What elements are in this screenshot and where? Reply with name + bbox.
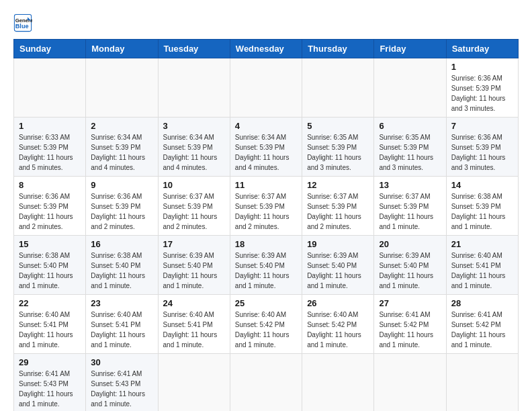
calendar-cell: 27Sunrise: 6:41 AMSunset: 5:42 PMDayligh… bbox=[374, 295, 446, 354]
sunset: Sunset: 5:40 PM bbox=[235, 262, 285, 269]
calendar-header-wednesday: Wednesday bbox=[230, 40, 302, 58]
sunset: Sunset: 5:39 PM bbox=[91, 203, 140, 210]
calendar-cell: 17Sunrise: 6:39 AMSunset: 5:40 PMDayligh… bbox=[158, 236, 230, 295]
sunset: Sunset: 5:40 PM bbox=[307, 262, 357, 269]
day-detail: Sunrise: 6:40 AMSunset: 5:41 PMDaylight:… bbox=[451, 250, 513, 291]
sunset: Sunset: 5:42 PM bbox=[307, 321, 357, 328]
sunrise: Sunrise: 6:36 AM bbox=[91, 193, 142, 200]
calendar-cell: 12Sunrise: 6:37 AMSunset: 5:39 PMDayligh… bbox=[302, 177, 374, 236]
day-detail: Sunrise: 6:39 AMSunset: 5:40 PMDaylight:… bbox=[235, 250, 297, 291]
sunset: Sunset: 5:39 PM bbox=[451, 203, 501, 210]
sunset: Sunset: 5:40 PM bbox=[91, 262, 140, 269]
daylight: Daylight: 11 hours and 1 minute. bbox=[163, 331, 218, 349]
sunset: Sunset: 5:39 PM bbox=[235, 144, 285, 151]
sunrise: Sunrise: 6:40 AM bbox=[19, 311, 70, 318]
calendar-cell: 1Sunrise: 6:33 AMSunset: 5:39 PMDaylight… bbox=[14, 118, 86, 177]
calendar-cell: 15Sunrise: 6:38 AMSunset: 5:40 PMDayligh… bbox=[14, 236, 86, 295]
sunrise: Sunrise: 6:35 AM bbox=[307, 134, 358, 141]
calendar-cell: 30Sunrise: 6:41 AMSunset: 5:43 PMDayligh… bbox=[86, 354, 158, 412]
sunrise: Sunrise: 6:38 AM bbox=[19, 252, 70, 259]
day-number: 5 bbox=[307, 121, 369, 131]
daylight: Daylight: 11 hours and 1 minute. bbox=[307, 331, 361, 349]
daylight: Daylight: 11 hours and 2 minutes. bbox=[307, 213, 361, 230]
sunset: Sunset: 5:39 PM bbox=[19, 203, 69, 210]
calendar-cell bbox=[86, 58, 158, 118]
day-number: 18 bbox=[235, 239, 297, 249]
day-detail: Sunrise: 6:40 AMSunset: 5:41 PMDaylight:… bbox=[91, 310, 152, 350]
sunset: Sunset: 5:39 PM bbox=[379, 203, 429, 210]
day-detail: Sunrise: 6:36 AMSunset: 5:39 PMDaylight:… bbox=[91, 191, 152, 232]
day-number: 13 bbox=[379, 180, 441, 190]
calendar-week-4: 15Sunrise: 6:38 AMSunset: 5:40 PMDayligh… bbox=[14, 236, 519, 295]
day-number: 9 bbox=[91, 180, 152, 190]
daylight: Daylight: 11 hours and 2 minutes. bbox=[19, 213, 73, 230]
day-detail: Sunrise: 6:40 AMSunset: 5:41 PMDaylight:… bbox=[19, 310, 81, 350]
calendar-cell: 1Sunrise: 6:36 AMSunset: 5:39 PMDaylight… bbox=[446, 58, 518, 118]
calendar-cell: 24Sunrise: 6:40 AMSunset: 5:41 PMDayligh… bbox=[158, 295, 230, 354]
calendar-cell: 19Sunrise: 6:39 AMSunset: 5:40 PMDayligh… bbox=[302, 236, 374, 295]
daylight: Daylight: 11 hours and 1 minute. bbox=[163, 272, 218, 289]
day-detail: Sunrise: 6:39 AMSunset: 5:40 PMDaylight:… bbox=[163, 250, 225, 291]
sunrise: Sunrise: 6:39 AM bbox=[163, 252, 214, 259]
day-number: 21 bbox=[451, 239, 513, 249]
day-detail: Sunrise: 6:36 AMSunset: 5:39 PMDaylight:… bbox=[451, 132, 513, 173]
calendar-cell: 14Sunrise: 6:38 AMSunset: 5:39 PMDayligh… bbox=[446, 177, 518, 236]
sunrise: Sunrise: 6:36 AM bbox=[19, 193, 70, 200]
day-detail: Sunrise: 6:38 AMSunset: 5:40 PMDaylight:… bbox=[19, 250, 81, 291]
calendar-header-row: SundayMondayTuesdayWednesdayThursdayFrid… bbox=[14, 40, 519, 58]
sunrise: Sunrise: 6:34 AM bbox=[235, 134, 286, 141]
day-detail: Sunrise: 6:36 AMSunset: 5:39 PMDaylight:… bbox=[19, 191, 81, 232]
sunrise: Sunrise: 6:37 AM bbox=[307, 193, 358, 200]
day-detail: Sunrise: 6:40 AMSunset: 5:42 PMDaylight:… bbox=[235, 310, 297, 350]
sunset: Sunset: 5:39 PM bbox=[307, 203, 357, 210]
sunset: Sunset: 5:39 PM bbox=[19, 144, 69, 151]
day-detail: Sunrise: 6:40 AMSunset: 5:42 PMDaylight:… bbox=[307, 310, 369, 350]
day-number: 3 bbox=[163, 121, 225, 131]
calendar-cell bbox=[14, 58, 86, 118]
day-number: 23 bbox=[91, 298, 152, 308]
sunrise: Sunrise: 6:39 AM bbox=[379, 252, 430, 259]
calendar-cell: 6Sunrise: 6:35 AMSunset: 5:39 PMDaylight… bbox=[374, 118, 446, 177]
sunset: Sunset: 5:40 PM bbox=[379, 262, 429, 269]
daylight: Daylight: 11 hours and 1 minute. bbox=[19, 331, 73, 349]
day-number: 24 bbox=[163, 298, 225, 308]
day-number: 12 bbox=[307, 180, 369, 190]
day-number: 2 bbox=[91, 121, 152, 131]
day-number: 28 bbox=[451, 298, 513, 308]
daylight: Daylight: 11 hours and 1 minute. bbox=[91, 272, 145, 289]
sunset: Sunset: 5:42 PM bbox=[235, 321, 285, 328]
header: General Blue bbox=[13, 13, 519, 32]
daylight: Daylight: 11 hours and 1 minute. bbox=[451, 213, 506, 230]
sunset: Sunset: 5:39 PM bbox=[379, 144, 429, 151]
daylight: Daylight: 11 hours and 3 minutes. bbox=[451, 154, 506, 171]
calendar-cell bbox=[158, 58, 230, 118]
daylight: Daylight: 11 hours and 1 minute. bbox=[235, 331, 290, 349]
daylight: Daylight: 11 hours and 1 minute. bbox=[379, 213, 433, 230]
sunset: Sunset: 5:39 PM bbox=[163, 203, 213, 210]
calendar-cell bbox=[446, 354, 518, 412]
day-detail: Sunrise: 6:38 AMSunset: 5:40 PMDaylight:… bbox=[91, 250, 152, 291]
calendar-cell: 23Sunrise: 6:40 AMSunset: 5:41 PMDayligh… bbox=[86, 295, 158, 354]
day-detail: Sunrise: 6:39 AMSunset: 5:40 PMDaylight:… bbox=[379, 250, 441, 291]
sunset: Sunset: 5:43 PM bbox=[91, 380, 140, 387]
sunrise: Sunrise: 6:41 AM bbox=[19, 370, 70, 377]
day-number: 17 bbox=[163, 239, 225, 249]
sunrise: Sunrise: 6:40 AM bbox=[451, 252, 502, 259]
sunrise: Sunrise: 6:41 AM bbox=[451, 311, 502, 318]
day-number: 29 bbox=[19, 357, 81, 367]
day-detail: Sunrise: 6:37 AMSunset: 5:39 PMDaylight:… bbox=[163, 191, 225, 232]
daylight: Daylight: 11 hours and 1 minute. bbox=[451, 272, 506, 289]
sunrise: Sunrise: 6:41 AM bbox=[91, 370, 142, 377]
day-detail: Sunrise: 6:34 AMSunset: 5:39 PMDaylight:… bbox=[163, 132, 225, 173]
day-detail: Sunrise: 6:41 AMSunset: 5:42 PMDaylight:… bbox=[379, 310, 441, 350]
calendar-cell: 13Sunrise: 6:37 AMSunset: 5:39 PMDayligh… bbox=[374, 177, 446, 236]
day-number: 14 bbox=[451, 180, 513, 190]
sunrise: Sunrise: 6:40 AM bbox=[163, 311, 214, 318]
day-detail: Sunrise: 6:35 AMSunset: 5:39 PMDaylight:… bbox=[307, 132, 369, 173]
daylight: Daylight: 11 hours and 4 minutes. bbox=[235, 154, 290, 171]
daylight: Daylight: 11 hours and 1 minute. bbox=[451, 331, 506, 349]
sunset: Sunset: 5:39 PM bbox=[307, 144, 357, 151]
sunset: Sunset: 5:41 PM bbox=[91, 321, 140, 328]
sunrise: Sunrise: 6:37 AM bbox=[235, 193, 286, 200]
day-detail: Sunrise: 6:37 AMSunset: 5:39 PMDaylight:… bbox=[307, 191, 369, 232]
